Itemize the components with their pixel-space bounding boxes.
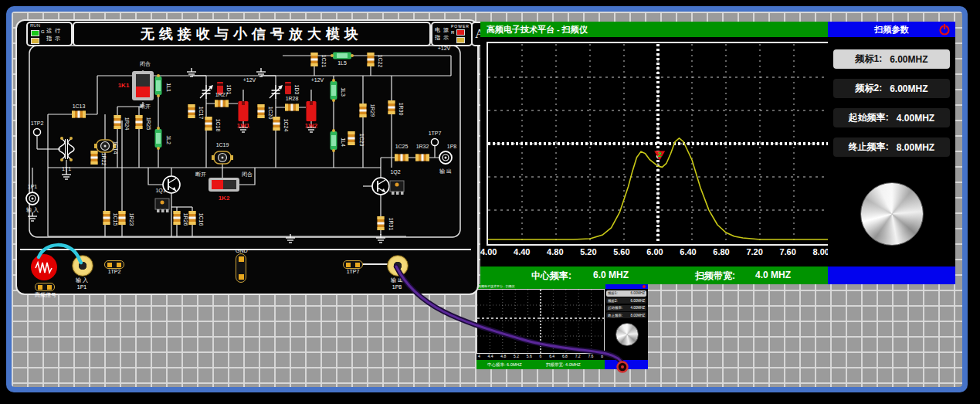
- comp-chw: [285, 104, 299, 111]
- comp-npn: [372, 178, 389, 195]
- component-label: 1D3: [294, 85, 300, 95]
- comp-cv: [103, 211, 110, 225]
- component-label: 1L2: [166, 135, 171, 144]
- mini-axis-tick: 7.6: [588, 354, 593, 360]
- mini-power-icon: [643, 285, 646, 288]
- board-title-box: 无线接收与小信号放大模块: [73, 22, 431, 46]
- mini-param-row-2[interactable]: 频标2:6.00MHZ: [606, 297, 646, 304]
- analyzer-title: 高频电子技术平台 - 扫频仪: [487, 24, 588, 36]
- comp-chw: [215, 100, 229, 107]
- component-label: 1K2: [219, 195, 230, 202]
- comp-tp: [34, 129, 41, 136]
- component-label: 1R25: [146, 117, 151, 131]
- rf-source-connector[interactable]: [31, 254, 57, 280]
- component-label: 闭合: [140, 61, 151, 67]
- comp-gnd: [187, 68, 196, 76]
- component-label: 1R22: [101, 153, 107, 166]
- switch-1K1[interactable]: [132, 71, 154, 100]
- comp-ch: [72, 111, 86, 118]
- marker-label: 2: [658, 151, 662, 158]
- comp-gnd: [62, 171, 71, 179]
- comp-indv: [155, 127, 162, 150]
- component-label: 1TP2: [31, 121, 44, 126]
- param-row-4[interactable]: 终止频率:8.00MHZ: [833, 137, 950, 157]
- comp-port: [439, 151, 452, 164]
- output-connector-1P8[interactable]: 输 出 1P8: [387, 255, 407, 290]
- axis-tick-label: 6.00: [646, 247, 663, 261]
- axis-tick-label: 5.20: [580, 247, 596, 261]
- mini-param-row-1[interactable]: 频标1:6.00MHZ: [606, 290, 646, 297]
- mini-frequency-knob[interactable]: [615, 323, 639, 346]
- testpoint-1TP2[interactable]: 1TP2: [104, 260, 124, 274]
- comp-cv: [119, 211, 126, 225]
- mini-axis-tick: 6.8: [562, 354, 568, 360]
- comp-ic: [390, 181, 404, 195]
- mini-axis-tick: 5.6: [527, 354, 532, 360]
- component-label: 1C22: [378, 55, 383, 68]
- run-line1: 运 行: [46, 27, 61, 35]
- analyzer-footer-right: [828, 267, 955, 284]
- mini-bandwidth: 扫频带宽: 4.0MHZ: [546, 362, 581, 368]
- power-icon[interactable]: [938, 23, 951, 36]
- param-row-2[interactable]: 频标2:6.00MHZ: [833, 79, 950, 98]
- bandwidth-value: 4.0 MHZ: [755, 270, 791, 280]
- component-label: 1R30: [398, 103, 404, 116]
- mini-param-row-4[interactable]: 终止频率:8.00MHZ: [606, 312, 646, 318]
- component-label: 1C21: [321, 55, 327, 68]
- rf-source-pad[interactable]: 高频信号: [35, 283, 56, 299]
- param-row-1[interactable]: 频标1:6.00MHZ: [833, 49, 950, 69]
- comp-cv: [91, 151, 98, 165]
- component-label: 1C20: [268, 107, 273, 120]
- frequency-knob[interactable]: [860, 182, 924, 246]
- power-indicator-badge: 电 源 指 示 POWER R: [431, 22, 473, 46]
- component-label: 1C15: [113, 213, 118, 226]
- params-titlebar: 扫频参数: [828, 22, 955, 37]
- comp-cv: [368, 53, 375, 66]
- comp-cv: [360, 104, 367, 117]
- axis-tick-label: 4.80: [547, 247, 563, 261]
- testpoint-1TP7[interactable]: 1TP7: [343, 260, 363, 274]
- component-label: 1C16: [198, 213, 204, 226]
- axis-tick-label: 4.40: [514, 247, 530, 261]
- gnd-connector[interactable]: GND: [236, 248, 248, 283]
- analyzer-titlebar[interactable]: 高频电子技术平台 - 扫频仪: [480, 22, 828, 37]
- comp-cv: [114, 115, 121, 129]
- component-label: 1R31: [388, 218, 394, 231]
- axis-tick-label: 7.60: [779, 247, 795, 261]
- mini-analyzer-window[interactable]: 高频电子技术平台 - 扫频仪 频标1:6.00MHZ频标2:6.00MHZ起始频…: [476, 284, 648, 369]
- input-connector-1P1[interactable]: 输 入 1P1: [72, 255, 92, 290]
- bandwidth-label: 扫频带宽:: [695, 270, 735, 283]
- comp-rcap: [94, 140, 116, 152]
- component-label: 闭合: [242, 171, 253, 178]
- component-label: 1P8: [447, 144, 457, 149]
- comp-cv: [188, 104, 195, 118]
- component-label: 断开: [195, 171, 206, 177]
- component-label: +12V: [311, 77, 324, 83]
- component-label: 1C19: [216, 142, 229, 148]
- component-label: 1L4: [341, 137, 346, 147]
- comp-ic: [155, 199, 169, 212]
- switch-1K2[interactable]: [209, 178, 239, 192]
- params-title: 扫频参数: [875, 24, 909, 36]
- comp-xfmr: [59, 137, 74, 161]
- analyzer-footer: 中心频率: 6.0 MHZ 扫频带宽: 4.0 MHZ: [480, 267, 828, 284]
- module-board-window: RUN G 运 行 指 示 无线接收与小信号放大模块 电 源 指 示 POWER…: [15, 19, 479, 295]
- param-row-3[interactable]: 起始频率:4.00MHZ: [833, 108, 950, 127]
- comp-gnd: [286, 234, 295, 243]
- comp-dio: [285, 82, 291, 94]
- run-led-amber: [31, 38, 39, 44]
- rf-source-icon: [31, 254, 57, 280]
- tp7-output-wire: [363, 263, 388, 265]
- comp-cv: [258, 104, 265, 118]
- mini-axis-tick: 5.2: [514, 354, 519, 360]
- mini-footer: 中心频率: 6.0MHZ 扫频带宽: 4.0MHZ: [476, 360, 605, 369]
- component-label: 1C24: [283, 119, 289, 132]
- comp-cv: [189, 211, 196, 225]
- comp-chw: [395, 154, 409, 161]
- component-label: 1C13: [73, 104, 86, 109]
- component-label: +12V: [438, 46, 451, 51]
- axis-tick-label: 7.20: [746, 247, 762, 261]
- mini-center-freq: 中心频率: 6.0MHZ: [487, 362, 522, 368]
- run-led-green: [31, 30, 39, 36]
- mini-param-row-3[interactable]: 起始频率:4.00MHZ: [606, 305, 646, 311]
